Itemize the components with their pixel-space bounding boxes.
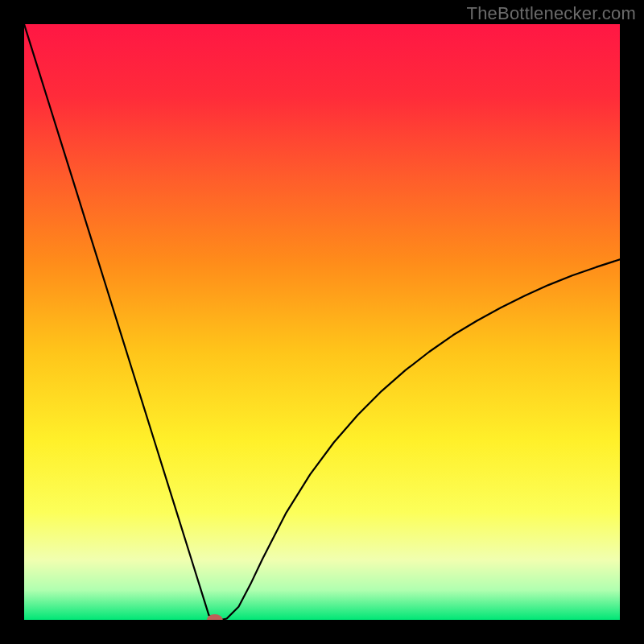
watermark: TheBottlenecker.com [467,3,636,24]
plot-area [24,24,620,620]
bottleneck-chart [24,24,620,620]
chart-frame: TheBottlenecker.com [0,0,644,644]
gradient-background [24,24,620,620]
